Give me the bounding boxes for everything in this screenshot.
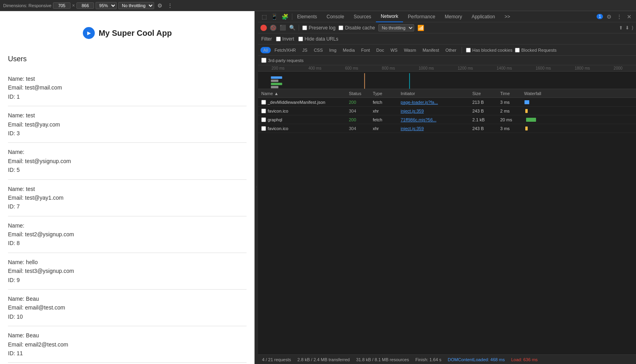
tab-application[interactable]: Application bbox=[467, 11, 500, 22]
throttle-select[interactable]: No throttling bbox=[378, 24, 414, 31]
th-time[interactable]: Time bbox=[497, 91, 521, 96]
type-media-button[interactable]: Media bbox=[340, 47, 358, 53]
th-waterfall[interactable]: Waterfall bbox=[521, 91, 636, 96]
type-ws-button[interactable]: WS bbox=[387, 47, 400, 53]
close-icon[interactable]: ✕ bbox=[626, 14, 633, 20]
more-icon[interactable]: ⋮ bbox=[166, 2, 174, 9]
top-bar-left: Dimensions: Responsive × 95% No throttli… bbox=[0, 2, 178, 9]
cell-initiator[interactable]: inject.js:359 bbox=[397, 109, 469, 113]
blocked-cookies-input[interactable] bbox=[466, 48, 471, 53]
th-name[interactable]: Name ▲ bbox=[258, 91, 346, 96]
dom-content-loaded: DOMContentLoaded: 468 ms bbox=[448, 357, 505, 362]
hide-data-urls-input[interactable] bbox=[298, 37, 303, 41]
table-row[interactable]: favicon.ico 304 xhr inject.js:359 243 B … bbox=[258, 107, 636, 115]
third-party-checkbox[interactable]: 3rd-party requests bbox=[261, 58, 303, 63]
tab-performance[interactable]: Performance bbox=[403, 11, 440, 22]
blocked-requests-input[interactable] bbox=[515, 48, 520, 53]
tab-memory[interactable]: Memory bbox=[440, 11, 467, 22]
disable-cache-input[interactable] bbox=[339, 25, 343, 30]
type-all-button[interactable]: All bbox=[260, 47, 271, 53]
device-icon[interactable]: 📱 bbox=[270, 14, 279, 20]
zoom-select[interactable]: 95% bbox=[96, 2, 117, 9]
filter-icon[interactable]: ⬛ bbox=[280, 25, 286, 31]
type-doc-button[interactable]: Doc bbox=[374, 47, 387, 53]
th-type[interactable]: Type bbox=[370, 91, 397, 96]
cell-initiator[interactable]: page-loader.js?fa... bbox=[397, 100, 469, 105]
stop-button[interactable]: 🚫 bbox=[270, 25, 276, 31]
cell-name: graphql bbox=[258, 117, 346, 122]
th-size[interactable]: Size bbox=[469, 91, 497, 96]
users-list: Name: test Email: test@mail.com ID: 1 Na… bbox=[8, 70, 247, 364]
row-checkbox[interactable] bbox=[261, 117, 266, 122]
third-party-input[interactable] bbox=[261, 58, 266, 63]
inspect-icon[interactable]: ⬚ bbox=[260, 14, 268, 20]
cell-initiator[interactable]: 71ff986c.mjs?56... bbox=[397, 117, 469, 122]
resize-handle[interactable]: ⋮ bbox=[255, 11, 258, 364]
cell-status: 304 bbox=[346, 109, 370, 113]
wifi-icon[interactable]: 📶 bbox=[417, 25, 424, 31]
type-manifest-button[interactable]: Manifest bbox=[420, 47, 442, 53]
browser-content[interactable]: My Super Cool App Users Name: test Email… bbox=[0, 11, 254, 364]
preserve-log-checkbox[interactable]: Preserve log bbox=[302, 25, 335, 31]
width-input[interactable] bbox=[53, 2, 70, 9]
user-email: Email: test@mail.com bbox=[8, 83, 247, 92]
more-icon[interactable]: ⋮ bbox=[615, 14, 623, 20]
height-input[interactable] bbox=[76, 2, 94, 9]
record-button[interactable] bbox=[260, 25, 267, 31]
user-email: Email: test2@ysignup.com bbox=[8, 230, 247, 239]
type-other-button[interactable]: Other bbox=[442, 47, 459, 53]
disable-cache-checkbox[interactable]: Disable cache bbox=[339, 25, 375, 31]
resources-size: 31.8 kB / 8.1 MB resources bbox=[356, 357, 409, 362]
list-item: Name: Beau Email: email2@test.com ID: 11 bbox=[8, 326, 247, 363]
settings-icon[interactable]: ⚙ bbox=[605, 14, 613, 20]
tab-network[interactable]: Network bbox=[376, 11, 403, 22]
blocked-cookies-checkbox[interactable]: Has blocked cookies bbox=[466, 48, 513, 53]
tab-more[interactable]: >> bbox=[500, 11, 515, 22]
row-checkbox[interactable] bbox=[261, 100, 266, 105]
export-icon[interactable]: ⬇ bbox=[625, 25, 629, 31]
cell-time: 20 ms bbox=[497, 117, 521, 122]
th-status[interactable]: Status bbox=[346, 91, 370, 96]
blocked-requests-checkbox[interactable]: Blocked Requests bbox=[515, 48, 557, 53]
tab-sources[interactable]: Sources bbox=[349, 11, 376, 22]
hide-data-urls-checkbox[interactable]: Hide data URLs bbox=[298, 36, 339, 42]
network-table[interactable]: Name ▲ Status Type Initiator Size Time W… bbox=[258, 89, 636, 354]
table-row[interactable]: graphql 200 fetch 71ff986c.mjs?56... 2.1… bbox=[258, 115, 636, 124]
status-bar: 4 / 21 requests 2.8 kB / 2.4 MB transfer… bbox=[258, 354, 636, 364]
table-row[interactable]: _devMiddlewareManifest.json 200 fetch pa… bbox=[258, 98, 636, 107]
th-initiator[interactable]: Initiator bbox=[397, 91, 469, 96]
mark-1200: 1200 ms bbox=[458, 66, 473, 70]
row-checkbox[interactable] bbox=[261, 126, 266, 131]
extensions-icon[interactable]: 🧩 bbox=[280, 14, 290, 20]
settings-icon[interactable]: ⚙ bbox=[156, 2, 164, 9]
type-img-button[interactable]: Img bbox=[327, 47, 339, 53]
third-party-label: 3rd-party requests bbox=[268, 58, 303, 63]
svg-rect-3 bbox=[271, 80, 278, 82]
type-js-button[interactable]: JS bbox=[299, 47, 310, 53]
invert-input[interactable] bbox=[276, 37, 281, 41]
user-name: Name: test bbox=[8, 185, 247, 193]
timeline-svg bbox=[260, 73, 634, 89]
search-icon[interactable]: 🔍 bbox=[289, 25, 295, 31]
svg-rect-5 bbox=[271, 86, 278, 88]
type-font-button[interactable]: Font bbox=[358, 47, 373, 53]
cell-initiator[interactable]: inject.js:359 bbox=[397, 126, 469, 131]
expand-icon[interactable]: ⟩ bbox=[632, 25, 634, 31]
waterfall-cell bbox=[524, 124, 633, 133]
filter-label: Filter bbox=[261, 36, 272, 42]
import-icon[interactable]: ⬆ bbox=[619, 25, 623, 31]
throttle-select[interactable]: No throttling bbox=[118, 2, 154, 9]
type-wasm-button[interactable]: Wasm bbox=[401, 47, 419, 53]
mark-1600: 1600 ms bbox=[536, 66, 551, 70]
type-css-button[interactable]: CSS bbox=[311, 47, 326, 53]
table-row[interactable]: favicon.ico 304 xhr inject.js:359 243 B … bbox=[258, 124, 636, 133]
tab-elements[interactable]: Elements bbox=[292, 11, 322, 22]
tab-console[interactable]: Console bbox=[322, 11, 349, 22]
invert-checkbox[interactable]: Invert bbox=[276, 36, 294, 42]
waterfall-bar bbox=[525, 109, 528, 113]
type-fetchxhr-button[interactable]: Fetch/XHR bbox=[272, 47, 299, 53]
preserve-log-input[interactable] bbox=[302, 25, 307, 30]
row-checkbox[interactable] bbox=[261, 109, 266, 113]
play-icon bbox=[83, 27, 95, 39]
user-id: ID: 11 bbox=[8, 349, 247, 358]
